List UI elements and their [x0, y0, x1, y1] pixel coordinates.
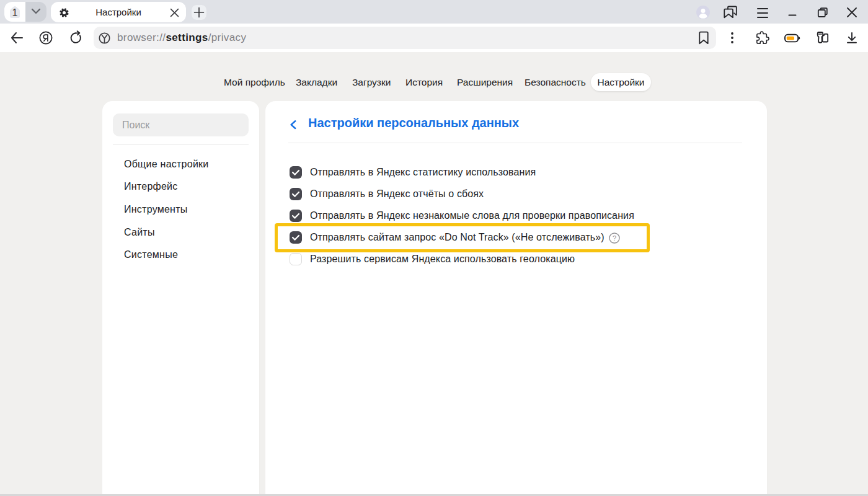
svg-text:?: ?: [612, 234, 616, 242]
